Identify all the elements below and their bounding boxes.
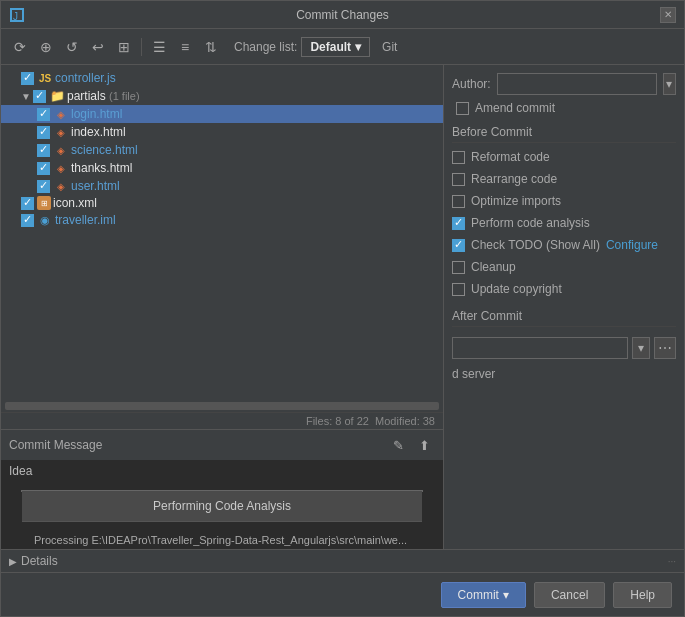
commit-button[interactable]: Commit ▾ bbox=[441, 582, 526, 608]
commit-message-title: Commit Message bbox=[9, 438, 102, 452]
overlay-title: Performing Code Analysis bbox=[22, 491, 422, 522]
tree-check-icon-xml[interactable] bbox=[21, 197, 34, 210]
title-bar: J Commit Changes ✕ bbox=[1, 1, 684, 29]
copyright-label: Update copyright bbox=[471, 282, 562, 296]
after-commit-more[interactable]: ⋯ bbox=[654, 337, 676, 359]
toolbar-btn-5[interactable]: ⊞ bbox=[113, 36, 135, 58]
rearrange-label: Rearrange code bbox=[471, 172, 557, 186]
html-file-icon-science: ◈ bbox=[53, 142, 69, 158]
option-row-copyright: Update copyright bbox=[452, 281, 676, 297]
tree-check-login[interactable] bbox=[37, 108, 50, 121]
html-template-icon: ◈ bbox=[53, 106, 69, 122]
tree-label-traveller: traveller.iml bbox=[55, 213, 116, 227]
author-label: Author: bbox=[452, 77, 491, 91]
after-commit-dropdown[interactable]: ▾ bbox=[632, 337, 650, 359]
code-analysis-overlay: Performing Code Analysis Processing E:\I… bbox=[21, 490, 423, 492]
html-file-icon-index: ◈ bbox=[53, 124, 69, 140]
configure-link[interactable]: Configure bbox=[606, 238, 658, 252]
todo-checkbox[interactable] bbox=[452, 239, 465, 252]
commit-button-arrow: ▾ bbox=[503, 588, 509, 602]
tree-item-user[interactable]: ◈ user.html bbox=[1, 177, 443, 195]
reformat-label: Reformat code bbox=[471, 150, 550, 164]
tree-check-index[interactable] bbox=[37, 126, 50, 139]
optimize-label: Optimize imports bbox=[471, 194, 561, 208]
commit-message-label-bar: Commit Message ✎ ⬆ bbox=[1, 430, 443, 460]
after-commit-input[interactable] bbox=[452, 337, 628, 359]
toolbar-btn-7[interactable]: ≡ bbox=[174, 36, 196, 58]
tree-check-science[interactable] bbox=[37, 144, 50, 157]
toolbar-btn-2[interactable]: ⊕ bbox=[35, 36, 57, 58]
tree-label-user: user.html bbox=[71, 179, 120, 193]
files-stat: Files: 8 of 22 bbox=[306, 415, 369, 427]
rearrange-checkbox[interactable] bbox=[452, 173, 465, 186]
tree-label-controller: controller.js bbox=[55, 71, 116, 85]
tree-label-icon-xml: icon.xml bbox=[53, 196, 97, 210]
folder-icon: 📁 bbox=[49, 88, 65, 104]
js-file-icon: JS bbox=[37, 70, 53, 86]
tree-item-icon-xml[interactable]: ⊞ icon.xml bbox=[1, 195, 443, 211]
tree-arrow-partials: ▼ bbox=[21, 91, 33, 102]
app-icon: J bbox=[9, 7, 25, 23]
tree-item-traveller[interactable]: ◉ traveller.iml bbox=[1, 211, 443, 229]
server-label: d server bbox=[452, 365, 676, 383]
commit-message-icons: ✎ ⬆ bbox=[387, 434, 435, 456]
stats-bar: Files: 8 of 22 Modified: 38 bbox=[1, 412, 443, 429]
commit-button-label: Commit bbox=[458, 588, 499, 602]
details-arrow[interactable]: ▶ bbox=[9, 556, 17, 567]
left-panel: JS controller.js ▼ 📁 partials (1 file) bbox=[1, 65, 444, 549]
before-commit-title: Before Commit bbox=[452, 125, 676, 143]
optimize-checkbox[interactable] bbox=[452, 195, 465, 208]
file-tree[interactable]: JS controller.js ▼ 📁 partials (1 file) bbox=[1, 65, 443, 400]
overlay-body: Processing E:\IDEAPro\Traveller_Spring-D… bbox=[22, 522, 422, 549]
commit-msg-icon-1[interactable]: ✎ bbox=[387, 434, 409, 456]
tree-item-partials[interactable]: ▼ 📁 partials (1 file) bbox=[1, 87, 443, 105]
cleanup-checkbox[interactable] bbox=[452, 261, 465, 274]
author-input[interactable] bbox=[497, 73, 657, 95]
option-row-analysis: Perform code analysis bbox=[452, 215, 676, 231]
copyright-checkbox[interactable] bbox=[452, 283, 465, 296]
details-section: ▶ Details ··· bbox=[1, 549, 684, 572]
author-dropdown[interactable]: ▾ bbox=[663, 73, 676, 95]
changelist-label: Change list: bbox=[234, 40, 297, 54]
tree-item-index[interactable]: ◈ index.html bbox=[1, 123, 443, 141]
analysis-checkbox[interactable] bbox=[452, 217, 465, 230]
tree-check-thanks[interactable] bbox=[37, 162, 50, 175]
option-row-reformat: Reformat code bbox=[452, 149, 676, 165]
toolbar-separator bbox=[141, 38, 142, 56]
reformat-checkbox[interactable] bbox=[452, 151, 465, 164]
tree-item-login[interactable]: ◈ login.html bbox=[1, 105, 443, 123]
tree-item-science[interactable]: ◈ science.html bbox=[1, 141, 443, 159]
amend-row: Amend commit bbox=[456, 101, 676, 115]
amend-checkbox[interactable] bbox=[456, 102, 469, 115]
tree-check-user[interactable] bbox=[37, 180, 50, 193]
toolbar-btn-6[interactable]: ☰ bbox=[148, 36, 170, 58]
html-file-icon-thanks: ◈ bbox=[53, 160, 69, 176]
toolbar: ⟳ ⊕ ↺ ↩ ⊞ ☰ ≡ ⇅ Change list: Default ▾ G… bbox=[1, 29, 684, 65]
git-tab[interactable]: Git bbox=[382, 40, 397, 54]
after-commit-title: After Commit bbox=[452, 309, 676, 327]
changelist-dropdown[interactable]: Default ▾ bbox=[301, 37, 370, 57]
tree-item-controller[interactable]: JS controller.js bbox=[1, 69, 443, 87]
tree-label-science: science.html bbox=[71, 143, 138, 157]
commit-msg-icon-2[interactable]: ⬆ bbox=[413, 434, 435, 456]
html-file-icon-user: ◈ bbox=[53, 178, 69, 194]
close-button[interactable]: ✕ bbox=[660, 7, 676, 23]
toolbar-btn-4[interactable]: ↩ bbox=[87, 36, 109, 58]
tree-check-partials[interactable] bbox=[33, 90, 46, 103]
amend-label: Amend commit bbox=[475, 101, 555, 115]
window-title: Commit Changes bbox=[25, 8, 660, 22]
toolbar-btn-3[interactable]: ↺ bbox=[61, 36, 83, 58]
cancel-button[interactable]: Cancel bbox=[534, 582, 605, 608]
help-button[interactable]: Help bbox=[613, 582, 672, 608]
scroll-indicator bbox=[5, 402, 439, 410]
toolbar-btn-1[interactable]: ⟳ bbox=[9, 36, 31, 58]
xml-file-icon: ⊞ bbox=[37, 196, 51, 210]
tree-check-controller[interactable] bbox=[21, 72, 34, 85]
author-row: Author: ▾ bbox=[452, 73, 676, 95]
option-row-rearrange: Rearrange code bbox=[452, 171, 676, 187]
tree-check-traveller[interactable] bbox=[21, 214, 34, 227]
after-commit-row: ▾ ⋯ bbox=[452, 337, 676, 359]
toolbar-btn-8[interactable]: ⇅ bbox=[200, 36, 222, 58]
details-label: Details bbox=[21, 554, 58, 568]
tree-item-thanks[interactable]: ◈ thanks.html bbox=[1, 159, 443, 177]
